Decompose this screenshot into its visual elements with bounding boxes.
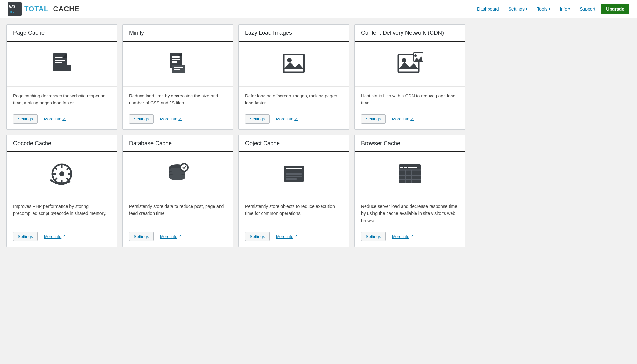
nav-dashboard[interactable]: Dashboard (473, 4, 503, 14)
card-header-page-cache: Page Cache (7, 25, 117, 42)
settings-button-object-cache[interactable]: Settings (245, 232, 270, 241)
card-icon-database-cache (165, 161, 191, 188)
card-icon-cdn (397, 51, 423, 77)
card-body-page-cache: Page caching decreases the website respo… (7, 87, 117, 111)
svg-rect-50 (286, 178, 297, 180)
card-description-database-cache: Persistently store data to reduce post, … (129, 203, 227, 217)
svg-point-22 (402, 58, 406, 62)
svg-rect-11 (172, 56, 180, 58)
card-cdn: Content Delivery Network (CDN) Host stat… (354, 24, 465, 130)
info-chevron-icon: ▾ (568, 7, 570, 11)
svg-point-29 (59, 171, 64, 176)
logo: W3 TC TOTAL CACHE (8, 2, 80, 16)
more-info-button-cdn[interactable]: More info ↗ (392, 117, 414, 121)
nav-support[interactable]: Support (576, 4, 599, 14)
card-footer-minify: Settings More info ↗ (123, 111, 233, 129)
svg-text:W3: W3 (9, 4, 15, 9)
card-body-lazy-load: Defer loading offscreen images, making p… (239, 87, 349, 111)
nav-tools[interactable]: Tools ▾ (533, 4, 554, 14)
more-info-button-browser-cache[interactable]: More info ↗ (392, 234, 414, 239)
card-body-object-cache: Persistently store objects to reduce exe… (239, 197, 349, 229)
main-nav: Dashboard Settings ▾ Tools ▾ Info ▾ Supp… (473, 4, 629, 14)
card-header-opcode-cache: Opcode Cache (7, 135, 117, 152)
card-title-browser-cache: Browser Cache (361, 140, 459, 147)
settings-button-lazy-load[interactable]: Settings (245, 114, 270, 124)
more-info-button-opcode-cache[interactable]: More info ↗ (44, 234, 66, 239)
svg-rect-12 (172, 59, 180, 60)
external-link-icon-lazy-load: ↗ (294, 117, 298, 121)
card-footer-opcode-cache: Settings More info ↗ (7, 229, 117, 247)
card-body-opcode-cache: Improves PHP performance by storing prec… (7, 197, 117, 229)
card-icon-area-page-cache (7, 42, 117, 87)
svg-rect-47 (286, 168, 302, 169)
settings-button-browser-cache[interactable]: Settings (361, 232, 386, 241)
card-icon-area-cdn (355, 42, 465, 87)
logo-icon: W3 TC (8, 2, 22, 16)
card-title-opcode-cache: Opcode Cache (13, 140, 111, 147)
card-icon-opcode-cache (49, 161, 75, 188)
more-info-button-lazy-load[interactable]: More info ↗ (276, 117, 298, 121)
nav-upgrade-button[interactable]: Upgrade (601, 4, 629, 14)
card-icon-area-minify (123, 42, 233, 87)
nav-settings[interactable]: Settings ▾ (505, 4, 532, 14)
more-info-button-minify[interactable]: More info ↗ (160, 117, 182, 121)
external-link-icon-page-cache: ↗ (62, 117, 66, 121)
card-footer-lazy-load: Settings More info ↗ (239, 111, 349, 129)
svg-rect-57 (400, 167, 403, 168)
card-header-minify: Minify (123, 25, 233, 42)
card-icon-area-lazy-load (239, 42, 349, 87)
svg-text:TC: TC (9, 10, 14, 14)
more-info-button-object-cache[interactable]: More info ↗ (276, 234, 298, 239)
settings-button-cdn[interactable]: Settings (361, 114, 386, 124)
svg-rect-49 (286, 176, 302, 177)
svg-rect-58 (404, 167, 407, 168)
card-title-page-cache: Page Cache (13, 30, 111, 36)
more-info-button-database-cache[interactable]: More info ↗ (160, 234, 182, 239)
card-description-object-cache: Persistently store objects to reduce exe… (245, 203, 343, 217)
card-description-page-cache: Page caching decreases the website respo… (13, 92, 111, 107)
settings-button-page-cache[interactable]: Settings (13, 114, 38, 124)
external-link-icon-browser-cache: ↗ (410, 234, 414, 239)
card-title-database-cache: Database Cache (129, 140, 227, 147)
svg-rect-48 (286, 173, 302, 175)
svg-rect-59 (408, 167, 417, 168)
card-header-cdn: Content Delivery Network (CDN) (355, 25, 465, 42)
settings-button-opcode-cache[interactable]: Settings (13, 232, 38, 241)
card-lazy-load: Lazy Load Images Defer loading offscreen… (238, 24, 349, 130)
settings-button-database-cache[interactable]: Settings (129, 232, 154, 241)
card-footer-database-cache: Settings More info ↗ (123, 229, 233, 247)
card-icon-object-cache (281, 161, 307, 188)
more-info-button-page-cache[interactable]: More info ↗ (44, 117, 66, 121)
card-header-browser-cache: Browser Cache (355, 135, 465, 152)
card-body-cdn: Host static files with a CDN to reduce p… (355, 87, 465, 111)
svg-marker-23 (398, 62, 419, 69)
card-minify: Minify Reduce load time by decreasing th… (122, 24, 233, 130)
svg-marker-9 (63, 65, 71, 71)
card-body-minify: Reduce load time by decreasing the size … (123, 87, 233, 111)
nav-info[interactable]: Info ▾ (556, 4, 574, 14)
card-browser-cache: Browser Cache Reduce server load and dec… (354, 135, 465, 247)
card-footer-object-cache: Settings More info ↗ (239, 229, 349, 247)
card-object-cache: Object Cache Persistently store objects … (238, 135, 349, 247)
svg-rect-6 (55, 62, 62, 63)
settings-button-minify[interactable]: Settings (129, 114, 154, 124)
external-link-icon-opcode-cache: ↗ (62, 234, 66, 239)
card-page-cache: Page Cache Page caching decreases the we… (6, 24, 117, 130)
card-icon-browser-cache (397, 161, 423, 188)
card-title-object-cache: Object Cache (245, 140, 343, 147)
logo-text: TOTAL CACHE (24, 5, 80, 13)
card-header-lazy-load: Lazy Load Images (239, 25, 349, 42)
card-database-cache: Database Cache Persistently store data t… (122, 135, 233, 247)
card-header-database-cache: Database Cache (123, 135, 233, 152)
external-link-icon-cdn: ↗ (410, 117, 414, 121)
external-link-icon-minify: ↗ (178, 117, 182, 121)
main-content: Page Cache Page caching decreases the we… (0, 18, 637, 253)
card-header-object-cache: Object Cache (239, 135, 349, 152)
card-title-minify: Minify (129, 30, 227, 36)
card-opcode-cache: Opcode Cache Improves PHP performanc (6, 135, 117, 247)
card-body-database-cache: Persistently store data to reduce post, … (123, 197, 233, 229)
card-description-browser-cache: Reduce server load and decrease response… (361, 203, 459, 224)
card-icon-area-database-cache (123, 152, 233, 197)
card-description-opcode-cache: Improves PHP performance by storing prec… (13, 203, 111, 217)
svg-rect-18 (284, 54, 304, 72)
